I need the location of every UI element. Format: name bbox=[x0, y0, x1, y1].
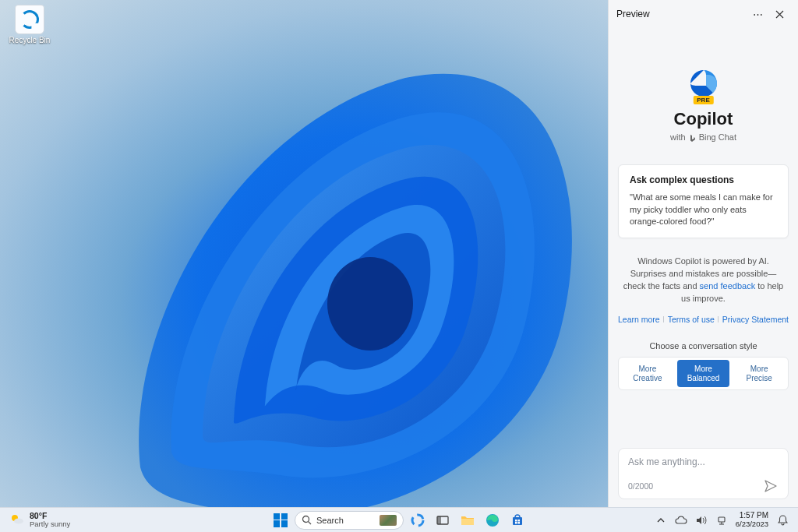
more-options-button[interactable]: ⋯ bbox=[747, 3, 768, 25]
style-precise[interactable]: More Precise bbox=[733, 360, 786, 387]
copilot-panel: Preview ⋯ PRE Copilot with Bing bbox=[608, 0, 798, 507]
conversation-style-heading: Choose a conversation style bbox=[618, 341, 789, 351]
close-button[interactable] bbox=[768, 3, 790, 25]
tray-overflow-button[interactable] bbox=[651, 509, 670, 531]
copilot-taskbar-button[interactable] bbox=[407, 509, 429, 531]
start-button[interactable] bbox=[270, 509, 291, 531]
recycle-bin[interactable]: Recycle Bin bbox=[8, 5, 51, 44]
close-icon bbox=[775, 10, 784, 19]
volume-icon bbox=[696, 516, 707, 525]
edge-icon bbox=[486, 513, 500, 527]
taskbar-search[interactable]: Search bbox=[295, 511, 404, 530]
task-view-icon bbox=[436, 514, 449, 527]
edge-button[interactable] bbox=[482, 509, 503, 531]
send-button[interactable] bbox=[763, 478, 779, 494]
send-feedback-link[interactable]: send feedback bbox=[700, 281, 756, 291]
copilot-header-title: Preview bbox=[616, 9, 650, 19]
example-card[interactable]: Ask complex questions "What are some mea… bbox=[618, 164, 789, 239]
svg-rect-14 bbox=[719, 517, 725, 522]
taskbar-center: Search bbox=[270, 509, 528, 531]
network-icon bbox=[716, 516, 727, 525]
chevron-up-icon bbox=[657, 516, 665, 524]
chat-input[interactable]: Ask me anything... 0/2000 bbox=[618, 448, 789, 499]
copilot-brand-name: Copilot bbox=[618, 109, 789, 129]
tray-network[interactable] bbox=[712, 509, 731, 531]
send-icon bbox=[763, 478, 779, 494]
legal-links: Learn more Terms of use Privacy Statemen… bbox=[618, 315, 789, 324]
copilot-logo-icon bbox=[687, 67, 720, 100]
store-icon bbox=[511, 514, 524, 527]
wallpaper-bloom-graphic bbox=[94, 31, 623, 514]
search-icon bbox=[302, 515, 312, 525]
store-button[interactable] bbox=[507, 509, 528, 531]
terms-link[interactable]: Terms of use bbox=[668, 315, 715, 324]
svg-line-4 bbox=[309, 522, 312, 525]
svg-rect-10 bbox=[515, 520, 517, 522]
style-creative[interactable]: More Creative bbox=[621, 360, 674, 387]
weather-icon bbox=[9, 512, 25, 527]
search-highlight-icon bbox=[380, 515, 397, 526]
cloud-icon bbox=[675, 516, 687, 525]
disclaimer-text: Windows Copilot is powered by AI. Surpri… bbox=[618, 255, 789, 305]
conversation-style-selector: More Creative More Balanced More Precise bbox=[618, 357, 789, 390]
taskbar: 80°F Partly sunny Search bbox=[0, 507, 798, 532]
copilot-logo: PRE bbox=[687, 67, 720, 100]
copilot-icon bbox=[411, 513, 425, 527]
bing-icon bbox=[688, 134, 697, 143]
recycle-bin-label: Recycle Bin bbox=[8, 36, 51, 44]
desktop-wallpaper[interactable]: Recycle Bin bbox=[0, 0, 608, 507]
folder-icon bbox=[461, 514, 475, 527]
copilot-header: Preview ⋯ bbox=[609, 0, 798, 28]
weather-condition: Partly sunny bbox=[30, 520, 70, 528]
task-view-button[interactable] bbox=[432, 509, 454, 531]
chat-input-counter: 0/2000 bbox=[628, 481, 653, 491]
pre-badge: PRE bbox=[693, 96, 713, 104]
svg-point-3 bbox=[303, 516, 309, 523]
learn-more-link[interactable]: Learn more bbox=[618, 315, 660, 324]
notifications-button[interactable] bbox=[773, 509, 792, 531]
svg-point-5 bbox=[412, 515, 423, 526]
weather-widget[interactable]: 80°F Partly sunny bbox=[6, 510, 73, 530]
svg-rect-7 bbox=[437, 516, 441, 524]
search-label: Search bbox=[316, 516, 344, 525]
clock-date: 6/23/2023 bbox=[736, 520, 768, 528]
recycle-bin-icon bbox=[15, 5, 44, 34]
privacy-link[interactable]: Privacy Statement bbox=[722, 315, 789, 324]
chat-input-placeholder: Ask me anything... bbox=[628, 456, 779, 478]
example-card-body: "What are some meals I can make for my p… bbox=[630, 192, 777, 229]
svg-rect-11 bbox=[518, 520, 521, 522]
copilot-brand-subtitle: with Bing Chat bbox=[618, 132, 789, 143]
taskbar-clock[interactable]: 1:57 PM 6/23/2023 bbox=[733, 512, 772, 527]
svg-rect-13 bbox=[518, 522, 521, 524]
svg-rect-12 bbox=[515, 522, 517, 524]
svg-point-2 bbox=[14, 519, 23, 524]
tray-onedrive[interactable] bbox=[672, 509, 690, 531]
svg-rect-9 bbox=[513, 517, 522, 525]
example-card-title: Ask complex questions bbox=[630, 174, 777, 185]
tray-volume[interactable] bbox=[692, 509, 711, 531]
svg-point-0 bbox=[327, 257, 413, 351]
windows-logo-icon bbox=[274, 513, 288, 527]
style-balanced[interactable]: More Balanced bbox=[677, 360, 730, 387]
system-tray: 1:57 PM 6/23/2023 bbox=[651, 509, 792, 531]
copilot-brand: PRE Copilot with Bing Chat bbox=[618, 67, 789, 143]
bell-icon bbox=[778, 515, 788, 526]
file-explorer-button[interactable] bbox=[457, 509, 478, 531]
